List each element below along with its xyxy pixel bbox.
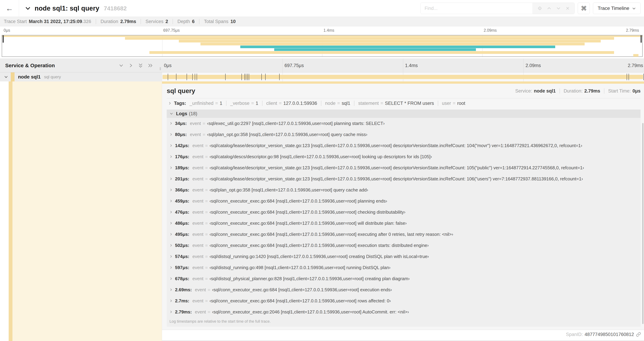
log-row[interactable]: 597μs: event = ‹sql/distsql_running.go:4…	[167, 262, 640, 273]
minimap-span-bar[interactable]	[179, 40, 601, 43]
log-row[interactable]: 502μs: event = ‹sql/conn_executor_exec.g…	[167, 240, 640, 251]
page-title: node sql1: sql query	[34, 5, 99, 12]
tag-chip[interactable]: node = sql1	[317, 101, 350, 106]
log-row[interactable]: 189μs: event = ‹sql/catalog/lease/descri…	[167, 162, 640, 173]
log-row[interactable]: 2.69ms: event = ‹sql/conn_executor_exec.…	[167, 284, 640, 295]
trace-title-wrap: node sql1: sql query 7418682	[25, 5, 127, 12]
minimap-tick-labels: 0μs 697.75μs 1.4ms 2.09ms 2.79ms	[2, 28, 642, 34]
minimap-right-drag-handle[interactable]	[640, 35, 642, 43]
chevron-right-icon[interactable]	[170, 188, 172, 191]
log-row[interactable]: 2.7ms: event = ‹sql/conn_executor_exec.g…	[167, 295, 640, 306]
log-row[interactable]: 201μs: event = ‹sql/catalog/lease/descri…	[167, 173, 640, 184]
minimap-span-bar[interactable]	[274, 48, 476, 51]
tag-chip[interactable]: _unfinished = 1	[190, 101, 222, 106]
expand-one-icon[interactable]	[128, 63, 134, 68]
log-equals: =	[205, 254, 208, 259]
minimap-span-row	[2, 45, 642, 48]
minimap-span-bar[interactable]	[150, 51, 614, 54]
minimap-span-bar[interactable]	[125, 37, 614, 40]
logs-block: Logs (18) 34μs: event = ‹sql/exec_util.g…	[167, 110, 640, 327]
chevron-right-icon[interactable]	[170, 177, 172, 180]
minimap-canvas[interactable]	[2, 35, 642, 57]
log-row[interactable]: 34μs: event = ‹sql/exec_util.go:2297 [ns…	[167, 118, 640, 129]
minimap-left-drag-handle[interactable]	[2, 35, 4, 43]
tag-chip[interactable]: user = root	[434, 101, 465, 106]
chevron-right-icon[interactable]	[170, 199, 172, 203]
tag-chip[interactable]: _verbose = 1	[222, 101, 258, 106]
service-value: node sql1	[534, 88, 556, 94]
chevron-right-icon[interactable]	[170, 122, 172, 125]
chevron-right-icon[interactable]	[170, 233, 172, 236]
chevron-right-icon[interactable]	[170, 310, 172, 313]
meta-divider	[604, 88, 604, 94]
log-row[interactable]: 495μs: event = ‹sql/conn_executor_exec.g…	[167, 229, 640, 240]
log-field-key: event	[192, 232, 204, 237]
minimap-span-bar[interactable]	[200, 43, 584, 45]
log-row[interactable]: 80μs: event = ‹sql/plan_opt.go:358 [nsql…	[167, 129, 640, 140]
focus-match-icon[interactable]	[538, 6, 542, 11]
tag-chip[interactable]: statement = SELECT * FROM users	[350, 101, 434, 106]
chevron-right-icon[interactable]	[170, 166, 172, 169]
log-timestamp: 34μs:	[175, 121, 187, 126]
link-icon[interactable]	[636, 332, 641, 337]
log-marker-tick	[242, 74, 242, 80]
log-row[interactable]: 366μs: event = ‹sql/plan_opt.go:358 [nsq…	[167, 184, 640, 195]
trace-summary-item: Total Spans 10	[194, 19, 236, 24]
chevron-down-icon[interactable]	[170, 112, 173, 116]
chevron-right-icon[interactable]	[170, 244, 172, 247]
tag-chip[interactable]: client = 127.0.0.1:59936	[258, 101, 317, 106]
trace-header: ← node sql1: sql query 7418682	[0, 0, 644, 17]
log-field-key: event	[192, 165, 204, 171]
chevron-right-icon[interactable]	[170, 133, 172, 136]
column-resize-grip[interactable]: ‖	[160, 66, 161, 71]
log-row[interactable]: 574μs: event = ‹sql/distsql_running.go:1…	[167, 251, 640, 262]
log-field-value: ‹sql/conn_executor_exec.go:684 [nsql1,cl…	[210, 298, 391, 303]
chevron-right-icon[interactable]	[170, 277, 172, 280]
log-row[interactable]: 2.79ms: event = ‹sql/conn_executor_exec.…	[167, 306, 640, 317]
keyboard-shortcuts-button[interactable]: ⌘	[578, 3, 590, 14]
chevron-right-icon[interactable]	[170, 266, 172, 269]
chevron-right-icon[interactable]	[170, 155, 172, 158]
chevron-down-icon[interactable]	[25, 5, 31, 11]
log-row[interactable]: 486μs: event = ‹sql/conn_executor_exec.g…	[167, 218, 640, 229]
minimap-span-bar[interactable]	[240, 46, 555, 48]
next-result-icon[interactable]	[556, 6, 561, 11]
log-row[interactable]: 459μs: event = ‹sql/conn_executor_exec.g…	[167, 195, 640, 207]
view-selector-button[interactable]: Trace Timeline	[593, 3, 640, 14]
collapse-all-icon[interactable]	[138, 63, 143, 68]
logs-header[interactable]: Logs (18)	[167, 110, 640, 118]
log-row[interactable]: 176μs: event = ‹sql/catalog/descs/descri…	[167, 151, 640, 162]
span-detail-title-row[interactable]: sql query Service: node sql1 Duration: 2…	[167, 84, 640, 98]
timeline-ruler: 0μs 697.75μs 1.4ms 2.09ms 2.79ms	[162, 59, 644, 72]
back-button[interactable]: ←	[0, 0, 19, 17]
minimap-span-bar[interactable]	[2, 36, 642, 37]
chevron-right-icon[interactable]	[168, 102, 172, 105]
minimap-span-bar[interactable]	[633, 54, 638, 57]
service-operation-title: Service & Operation	[5, 63, 55, 69]
log-row[interactable]: 678μs: event = ‹sql/distsql_physical_pla…	[167, 273, 640, 284]
tags-row[interactable]: Tags: _unfinished = 1 _verbose = 1 clien…	[167, 98, 640, 108]
expand-all-icon[interactable]	[148, 63, 153, 68]
trace-summary-bar: Trace Start March 31 2022, 17:25:09 .326…	[0, 17, 644, 26]
chevron-right-icon[interactable]	[170, 144, 172, 147]
chevron-right-icon[interactable]	[170, 210, 172, 214]
chevron-down-icon[interactable]	[4, 75, 8, 79]
log-row[interactable]: 142μs: event = ‹sql/catalog/lease/descri…	[167, 140, 640, 151]
logs-count: (18)	[189, 111, 197, 116]
log-row[interactable]: 476μs: event = ‹sql/conn_executor_exec.g…	[167, 207, 640, 218]
prev-result-icon[interactable]	[547, 6, 552, 11]
chevron-right-icon[interactable]	[170, 222, 172, 225]
log-field-value: ‹sql/catalog/descs/descriptor.go:98 [nsq…	[210, 154, 432, 159]
log-marker-tick	[262, 74, 262, 80]
find-input[interactable]	[421, 3, 532, 14]
clear-search-icon[interactable]	[566, 6, 570, 11]
chevron-right-icon[interactable]	[170, 299, 172, 302]
chevron-right-icon[interactable]	[170, 288, 172, 291]
chevron-right-icon[interactable]	[170, 255, 172, 258]
collapse-one-icon[interactable]	[118, 63, 124, 68]
log-marker-tick	[176, 74, 176, 80]
span-name-cell[interactable]: node sql1 sql query	[0, 72, 162, 82]
span-duration-bar[interactable]	[162, 75, 643, 79]
log-equals: =	[208, 309, 210, 315]
scrollbar-thumb[interactable]	[642, 123, 644, 324]
